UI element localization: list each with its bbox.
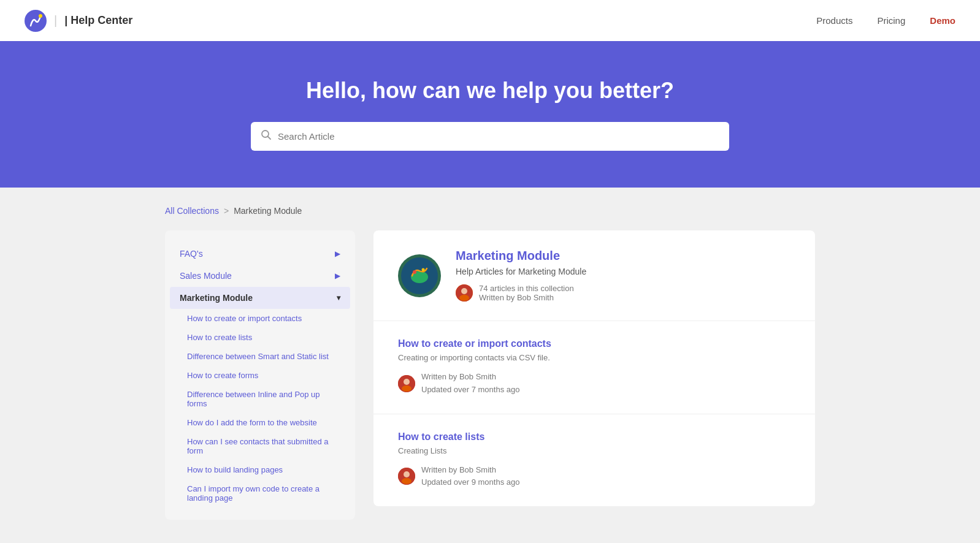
module-header: Marketing Module Help Articles for Marke… — [373, 230, 815, 321]
breadcrumb-current: Marketing Module — [234, 206, 302, 216]
svg-point-15 — [404, 471, 410, 477]
logo-icon — [25, 10, 47, 32]
search-bar — [251, 122, 729, 151]
sidebar-sub-item-contacts[interactable]: How to create or import contacts — [165, 309, 355, 328]
module-written-by: Written by Bob Smith — [479, 293, 574, 302]
article-meta-info-1: Written by Bob Smith Updated over 7 mont… — [421, 371, 519, 397]
svg-line-3 — [268, 137, 271, 140]
marketing-arrow-icon: ▾ — [337, 294, 340, 302]
module-desc: Help Articles for Marketing Module — [456, 267, 586, 276]
sidebar-item-marketing[interactable]: Marketing Module ▾ — [170, 287, 350, 309]
header-title: | Help Center — [64, 14, 132, 27]
svg-point-10 — [459, 295, 469, 301]
article-meta-info-2: Written by Bob Smith Updated over 9 mont… — [421, 464, 519, 490]
module-meta: 74 articles in this collection Written b… — [456, 284, 586, 302]
article-meta-2: Written by Bob Smith Updated over 9 mont… — [398, 464, 791, 490]
module-info: Marketing Module Help Articles for Marke… — [456, 249, 586, 302]
article-meta-1: Written by Bob Smith Updated over 7 mont… — [398, 371, 791, 397]
article-item-1: How to create or import contacts Creatin… — [373, 321, 815, 414]
module-name: Marketing Module — [456, 249, 586, 263]
sidebar-sub-item-inline-popup[interactable]: Difference between Inline and Pop up for… — [165, 385, 355, 413]
svg-point-16 — [402, 478, 412, 484]
article-updated-2: Updated over 9 months ago — [421, 476, 519, 489]
search-input[interactable] — [278, 131, 719, 142]
article-title-2[interactable]: How to create lists — [398, 431, 791, 442]
sidebar: FAQ's ▶ Sales Module ▶ Marketing Module … — [165, 230, 355, 520]
sidebar-sub-item-landing[interactable]: How to build landing pages — [165, 460, 355, 479]
nav-demo[interactable]: Demo — [930, 15, 955, 26]
breadcrumb: All Collections > Marketing Module — [165, 206, 815, 216]
svg-point-1 — [39, 14, 42, 18]
nav-products[interactable]: Products — [816, 15, 852, 26]
logo: | | Help Center — [25, 10, 132, 32]
article-item-2: How to create lists Creating Lists Writt… — [373, 414, 815, 507]
svg-point-12 — [404, 379, 410, 385]
module-author-avatar — [456, 284, 473, 302]
article-avatar-2 — [398, 468, 415, 485]
search-icon — [261, 129, 272, 143]
sidebar-item-marketing-label: Marketing Module — [180, 293, 253, 303]
module-meta-text: 74 articles in this collection Written b… — [479, 284, 574, 302]
header: | | Help Center Products Pricing Demo — [0, 0, 980, 41]
sidebar-item-faqs[interactable]: FAQ's ▶ — [165, 243, 355, 265]
breadcrumb-all-collections[interactable]: All Collections — [165, 206, 219, 216]
hero-section: Hello, how can we help you better? — [0, 41, 980, 188]
articles-count: 74 articles in this collection — [479, 284, 574, 293]
article-written-by-2: Written by Bob Smith — [421, 464, 519, 477]
svg-point-13 — [402, 385, 412, 392]
sidebar-item-sales-label: Sales Module — [180, 271, 232, 281]
sales-arrow-icon: ▶ — [335, 272, 340, 280]
content-layout: FAQ's ▶ Sales Module ▶ Marketing Module … — [165, 230, 815, 520]
article-title-1[interactable]: How to create or import contacts — [398, 338, 791, 349]
nav-pricing[interactable]: Pricing — [877, 15, 905, 26]
sidebar-item-faqs-label: FAQ's — [180, 249, 203, 259]
main-content: All Collections > Marketing Module FAQ's… — [153, 188, 827, 538]
sidebar-sub-item-forms[interactable]: How to create forms — [165, 366, 355, 385]
svg-point-7 — [422, 268, 425, 271]
articles-panel: Marketing Module Help Articles for Marke… — [373, 230, 815, 506]
article-avatar-1 — [398, 375, 415, 392]
sidebar-sub-item-add-form[interactable]: How do I add the form to the website — [165, 413, 355, 432]
faqs-arrow-icon: ▶ — [335, 249, 340, 258]
sidebar-sub-item-lists[interactable]: How to create lists — [165, 328, 355, 347]
article-updated-1: Updated over 7 months ago — [421, 384, 519, 397]
module-icon — [398, 254, 441, 297]
article-subtitle-1: Creating or importing contacts via CSV f… — [398, 353, 791, 362]
article-written-by-1: Written by Bob Smith — [421, 371, 519, 384]
sidebar-sub-item-smart-static[interactable]: Difference between Smart and Static list — [165, 347, 355, 366]
breadcrumb-separator: > — [224, 206, 229, 216]
svg-point-9 — [461, 288, 467, 294]
logo-divider: | — [54, 13, 57, 28]
sidebar-sub-item-import-code[interactable]: Can I import my own code to create a lan… — [165, 479, 355, 507]
article-subtitle-2: Creating Lists — [398, 446, 791, 455]
sidebar-sub-item-contacts-form[interactable]: How can I see contacts that submitted a … — [165, 432, 355, 460]
header-nav: Products Pricing Demo — [816, 15, 955, 26]
svg-point-6 — [413, 270, 416, 274]
sidebar-item-sales[interactable]: Sales Module ▶ — [165, 265, 355, 287]
hero-title: Hello, how can we help you better? — [12, 78, 968, 104]
